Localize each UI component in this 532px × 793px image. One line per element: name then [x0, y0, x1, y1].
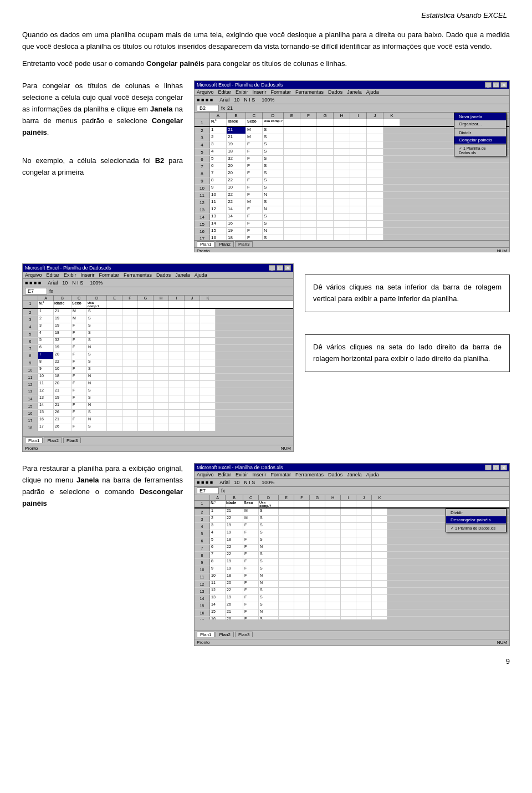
excel-menubar-3: Arquivo Editar Exibir Inserir Formatar F… — [195, 471, 509, 479]
table-row: 8720FS — [23, 352, 293, 359]
excel-formula-bar-2: E7 fx — [23, 287, 293, 296]
excel-formula-bar-1: B2 fx 21 — [195, 104, 509, 113]
table-row: 121120FN — [23, 381, 293, 388]
excel2-data-rows: 2121MS3219MS4319FS5418FS6532FS7619FN8720… — [23, 309, 293, 431]
table-row: 9 8 22 F S — [195, 177, 509, 185]
paragraph-5: No exemplo, a célula selecionada foi B2 … — [22, 155, 183, 179]
table-row: 12 11 22 M S — [195, 199, 509, 206]
callout-2: Dê vários cliques na seta do lado direit… — [305, 334, 510, 372]
paragraph-4: Para congelar os títulos de colunas e li… — [22, 80, 183, 138]
table-row: 3219MS — [23, 316, 293, 323]
excel-screenshot-1: Microsoft Excel - Planilha de Dados.xls … — [194, 80, 510, 252]
table-row: 6 5 32 F S — [195, 156, 509, 163]
section-3-text: Para restaurar a planilha para a exibiçã… — [22, 463, 183, 646]
table-row: 161521FN — [195, 609, 509, 617]
page-header: Estatística Usando EXCEL — [22, 11, 510, 19]
table-row: 10919FS — [195, 566, 509, 573]
paragraph-1: Quando os dados em uma planilha ocupam m… — [22, 29, 510, 53]
table-row: 141319FS — [195, 595, 509, 602]
table-row: 171626FS — [195, 617, 509, 619]
table-row: 111018FN — [23, 374, 293, 381]
excel-formula-bar-3: E7 fx — [195, 487, 509, 495]
table-row: 14 13 14 F S — [195, 214, 509, 221]
excel-toolbar-1: ■ ■ ■ ■ Arial 10 N I S 100% — [195, 96, 509, 104]
table-row: 2121MS — [23, 309, 293, 316]
page-number: 9 — [22, 657, 510, 665]
excel-menubar-1: Arquivo Editar Exibir Inserir Formatar F… — [195, 89, 509, 96]
table-row: 7 6 20 F S — [195, 163, 509, 170]
excel-window-3: Microsoft Excel - Planilha de Dados.xls … — [195, 464, 509, 645]
excel-screenshot-3: Microsoft Excel - Planilha de Dados.xls … — [194, 463, 510, 646]
table-row: 8722FS — [195, 552, 509, 559]
table-row: 141319FS — [23, 395, 293, 403]
excel-window-1: Microsoft Excel - Planilha de Dados.xls … — [195, 81, 509, 252]
excel-screenshot-2: Microsoft Excel - Planilha de Dados.xls … — [22, 263, 294, 452]
section-2: Microsoft Excel - Planilha de Dados.xls … — [22, 263, 510, 452]
section-3: Para restaurar a planilha para a exibiçã… — [22, 463, 510, 646]
table-row: 151426FS — [195, 602, 509, 609]
excel-titlebar-1: Microsoft Excel - Planilha de Dados.xls … — [195, 81, 509, 89]
table-row: 6532FS — [23, 338, 293, 345]
table-row: 131221FS — [23, 388, 293, 395]
section-1: Para congelar os títulos de colunas e li… — [22, 80, 510, 252]
excel-toolbar-3: ■ ■ ■ ■ Arial 10 N I S 100% — [195, 479, 509, 487]
excel-titlebar-3: Microsoft Excel - Planilha de Dados.xls … — [195, 464, 509, 471]
table-row: 7622FN — [195, 545, 509, 552]
table-row: 9822FS — [23, 359, 293, 367]
janela-menu-panel: Nova janela Organizar... Dividir Congela… — [454, 113, 507, 156]
table-row: 11 10 22 F N — [195, 192, 509, 199]
table-row: 7619FN — [23, 345, 293, 352]
table-row: 161526FS — [23, 410, 293, 417]
janela-menu-panel-3: Dividir Descongelar painéis ✓ 1 Planilha… — [446, 509, 507, 532]
table-row: 10 9 10 F S — [195, 185, 509, 192]
excel-menubar-2: Arquivo Editar Exibir Inserir Formatar F… — [23, 272, 293, 279]
table-row: 17 16 18 F S — [195, 235, 509, 240]
table-row: 13 12 14 F N — [195, 206, 509, 214]
table-row: 121120FN — [195, 581, 509, 588]
table-row: 16 15 19 F N — [195, 228, 509, 235]
paragraph-6: Para restaurar a planilha para a exibiçã… — [22, 463, 183, 509]
excel-window-2: Microsoft Excel - Planilha de Dados.xls … — [23, 264, 293, 451]
table-row: 6518FS — [195, 537, 509, 545]
paragraph-3: Entretanto você pode usar o comando Cong… — [22, 58, 510, 70]
section-2-callouts: Dê vários cliques na seta inferior da ba… — [305, 263, 510, 452]
section-1-text: Para congelar os títulos de colunas e li… — [22, 80, 183, 252]
table-row: 131222FS — [195, 588, 509, 595]
excel-toolbar-2: ■ ■ ■ ■ Arial 10 N I S 100% — [23, 279, 293, 287]
table-row: 171621FN — [23, 417, 293, 424]
callout-1: Dê vários cliques na seta inferior da ba… — [305, 274, 510, 312]
table-row: 151421FN — [23, 403, 293, 410]
table-row: 9819FS — [195, 559, 509, 566]
table-row: 10910FS — [23, 367, 293, 374]
table-row: 181726FS — [23, 424, 293, 431]
table-row: 8 7 20 F S — [195, 170, 509, 177]
table-row: 111018FN — [195, 573, 509, 581]
table-row: 5418FS — [23, 331, 293, 338]
excel-titlebar-2: Microsoft Excel - Planilha de Dados.xls … — [23, 264, 293, 272]
window-controls: _ □ ✕ — [485, 82, 507, 88]
table-row: 4319FS — [23, 323, 293, 331]
table-row: 15 14 16 F S — [195, 221, 509, 228]
